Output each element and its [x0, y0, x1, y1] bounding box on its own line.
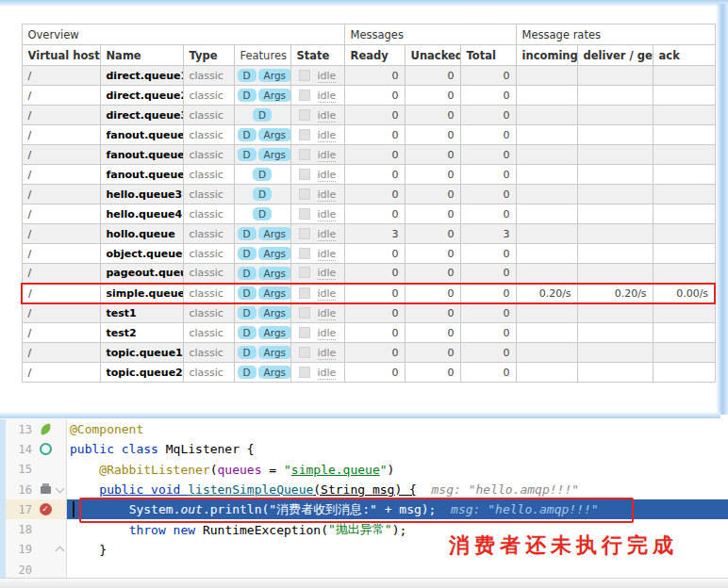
code-text[interactable]: public class MqListener { — [67, 439, 728, 459]
type-cell: classic — [183, 224, 234, 244]
column-header-incoming[interactable]: incoming — [516, 45, 577, 66]
code-text[interactable]: System.out.println("消费者收到消息:" + msg); ms… — [67, 499, 728, 519]
queue-name-cell[interactable]: direct.queue3 — [100, 106, 183, 125]
line-number: 19 — [6, 543, 37, 556]
editor-left-edge — [0, 419, 6, 578]
column-header-name[interactable]: Name — [100, 45, 183, 66]
queue-name-cell[interactable]: fanout.queue3 — [100, 165, 183, 185]
column-header-row: Virtual hostNameTypeFeaturesStateReadyUn… — [22, 45, 715, 66]
column-header-virtual-host[interactable]: Virtual host — [22, 45, 100, 66]
fold-marker-icon[interactable] — [56, 483, 65, 493]
features-cell: D — [234, 185, 290, 204]
queue-name-cell[interactable]: topic.queue2 — [100, 363, 183, 383]
incoming-rate-cell — [516, 244, 577, 264]
line-number: 18 — [6, 523, 37, 536]
queue-name-cell[interactable]: simple.queue — [100, 284, 183, 303]
deliver-get-rate-cell — [577, 66, 653, 86]
queue-name-cell[interactable]: object.queue — [100, 244, 183, 264]
features-cell: DArgs — [234, 145, 290, 165]
unacked-cell: 0 — [405, 106, 460, 125]
state-cell: idle — [290, 264, 344, 284]
incoming-rate-cell — [516, 343, 577, 363]
queue-name-cell[interactable]: hollo.queue — [100, 224, 183, 244]
ack-rate-cell — [653, 145, 715, 165]
ack-rate-cell — [653, 323, 715, 343]
code-text[interactable]: public void listenSimpleQueue(String msg… — [67, 480, 728, 499]
unacked-cell: 0 — [405, 244, 460, 264]
feature-badge-args: Args — [258, 366, 290, 379]
feature-badge-d: D — [238, 148, 256, 161]
queue-name-cell[interactable]: topic.queue1 — [100, 343, 183, 363]
deliver-get-rate-cell — [577, 106, 653, 125]
table-row: /fanout.queue1classicDArgsidle000 — [22, 125, 715, 145]
feature-badge-args: Args — [258, 346, 290, 359]
unacked-cell: 0 — [405, 363, 460, 383]
column-header-ready[interactable]: Ready — [344, 45, 405, 66]
features-cell: D — [234, 165, 290, 185]
group-header-messages: Messages — [344, 24, 516, 45]
column-header-deliver-get[interactable]: deliver / get — [577, 45, 653, 66]
state-indicator-icon — [299, 367, 310, 378]
editor-line: 13@Component — [0, 419, 728, 439]
code-segment: queues — [218, 463, 270, 477]
code-segment: " — [284, 463, 291, 477]
state-label: idle — [318, 208, 337, 221]
state-cell: idle — [290, 106, 344, 125]
feature-badge-args: Args — [258, 306, 290, 319]
breakpoint-check-icon[interactable]: ✓ — [40, 503, 52, 515]
incoming-rate-cell — [516, 125, 577, 145]
state-label: idle — [318, 347, 337, 360]
gutter-icon-slot: ✓ — [37, 503, 54, 515]
ready-cell: 0 — [344, 145, 405, 165]
code-text[interactable]: @Component — [67, 419, 728, 439]
state-cell: idle — [290, 185, 344, 204]
type-cell: classic — [183, 303, 234, 323]
column-header-unacked[interactable]: Unacked — [405, 45, 460, 66]
column-header-ack[interactable]: ack — [653, 45, 715, 66]
state-label: idle — [318, 188, 337, 202]
feature-badge-d: D — [253, 168, 272, 181]
queue-name-cell[interactable]: fanout.queue2 — [100, 145, 183, 165]
vhost-cell: / — [22, 343, 100, 363]
fold-marker-icon[interactable] — [56, 547, 65, 556]
column-header-state[interactable]: State — [290, 45, 344, 66]
gutter: 14 — [0, 439, 67, 459]
type-cell: classic — [183, 165, 234, 185]
features-cell: DArgs — [234, 125, 290, 145]
ready-cell: 0 — [344, 165, 405, 185]
table-row: /pageout.queueclassicDArgsidle000 — [22, 264, 715, 284]
state-cell: idle — [290, 323, 344, 343]
column-header-type[interactable]: Type — [183, 45, 234, 66]
queue-name-cell[interactable]: test1 — [100, 303, 183, 323]
queue-name-cell[interactable]: pageout.queue — [100, 264, 183, 284]
state-indicator-icon — [299, 327, 310, 338]
code-segment: = — [269, 463, 284, 477]
queue-name-cell[interactable]: direct.queue2 — [100, 86, 183, 106]
incoming-rate-cell — [516, 145, 577, 165]
state-label: idle — [318, 248, 337, 261]
code-segment: (String msg) { — [313, 482, 417, 497]
table-row: /simple.queueclassicDArgsidle0000.20/s0.… — [22, 284, 715, 303]
unacked-cell: 0 — [405, 145, 460, 165]
state-label: idle — [318, 327, 337, 340]
queue-name-cell[interactable]: fanout.queue1 — [100, 125, 183, 145]
code-editor[interactable]: 13@Component14public class MqListener {1… — [0, 419, 728, 588]
column-header-total[interactable]: Total — [460, 45, 516, 66]
feature-badge-d: D — [238, 69, 256, 82]
queue-name-cell[interactable]: hello.queue3 — [100, 185, 183, 204]
incoming-rate-cell — [516, 264, 577, 284]
deliver-get-rate-cell — [577, 244, 653, 264]
unacked-cell: 0 — [405, 264, 460, 284]
state-label: idle — [318, 267, 337, 280]
state-label: idle — [318, 109, 337, 122]
queue-name-cell[interactable]: hello.queue4 — [100, 204, 183, 224]
feature-badge-d: D — [238, 227, 256, 240]
code-segment — [436, 502, 451, 516]
total-cell: 0 — [460, 165, 516, 185]
queue-name-cell[interactable]: direct.queue1 — [100, 66, 183, 86]
code-text[interactable]: @RabbitListener(queues = "simple.queue") — [67, 460, 728, 480]
code-segment: } — [70, 543, 107, 557]
feature-badge-d: D — [238, 247, 256, 260]
code-segment: listenSimpleQueue — [188, 482, 313, 497]
queue-name-cell[interactable]: test2 — [100, 323, 183, 343]
